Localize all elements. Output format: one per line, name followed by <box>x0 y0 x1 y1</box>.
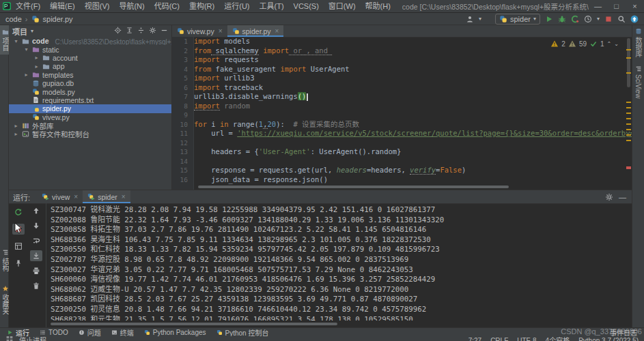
tree-chevron-icon[interactable]: ▸ <box>13 131 19 137</box>
trash-button[interactable] <box>30 280 42 291</box>
tree-chevron-icon[interactable]: ▾ <box>13 38 19 44</box>
print-button[interactable] <box>30 265 42 276</box>
editor-body[interactable]: 1import models2from sqlalchemy import or… <box>172 37 632 190</box>
code-token: models <box>220 37 250 45</box>
indent-setting[interactable]: 4个空格 <box>546 336 570 341</box>
menu-item[interactable]: 文件(F) <box>11 0 45 13</box>
close-tab-icon[interactable]: × <box>122 193 126 201</box>
stop-button[interactable] <box>12 224 25 235</box>
scrollend-button[interactable] <box>30 250 42 261</box>
rerun-icon <box>14 208 23 216</box>
editor-hscrollbar[interactable] <box>198 186 509 188</box>
run-config-selector[interactable]: spider ▾ <box>495 14 540 25</box>
encoding[interactable]: UTF-8 <box>517 336 536 341</box>
search-everywhere-button[interactable] <box>617 15 626 23</box>
editor-tab-spider.py[interactable]: spider.py× <box>227 25 284 37</box>
tree-item-templates[interactable]: ▸templates <box>9 71 171 79</box>
code-text: headers = {'User-Agent': UserAgent().ran… <box>194 147 401 157</box>
menu-item[interactable]: 代码(C) <box>150 0 184 13</box>
tree-chevron-icon[interactable]: ▾ <box>23 46 29 53</box>
arrow-up-button[interactable] <box>30 205 42 216</box>
restore-layout-button[interactable] <box>12 241 25 252</box>
locate-button[interactable] <box>114 27 122 35</box>
tree-item-code[interactable]: ▾codeC:\Users\83852\Desktop\flask+mysql+… <box>9 37 171 45</box>
tree-item-models.py[interactable]: models.py <box>9 87 171 95</box>
hide-tool-window-icon[interactable]: — <box>619 193 626 201</box>
code-token: import <box>259 46 289 55</box>
menu-item[interactable]: VCS(S) <box>289 0 324 13</box>
softwrap-button[interactable] <box>30 235 42 246</box>
update-notification-icon[interactable] <box>630 15 639 23</box>
user-icon[interactable] <box>466 15 474 23</box>
tree-item-requirements.txt[interactable]: requirements.txt <box>9 96 171 104</box>
menu-item[interactable]: 导航(N) <box>114 0 149 13</box>
prev-warning-icon[interactable]: ⌃ <box>607 41 612 47</box>
close-tab-icon[interactable]: × <box>74 193 78 201</box>
minimize-button[interactable]: — <box>589 0 607 13</box>
console-output[interactable]: SZ300747 锐科激光 28.28 2.08 7.94 19.58 1225… <box>51 205 629 321</box>
settings-button[interactable] <box>149 27 156 35</box>
breadcrumb-file[interactable]: spider.py <box>43 15 73 23</box>
breadcrumb-code[interactable]: code <box>5 15 22 23</box>
profiler-button[interactable] <box>584 15 592 23</box>
tree-item-static[interactable]: ▾static <box>9 45 171 53</box>
menu-item[interactable]: 编辑(E) <box>45 0 80 13</box>
menu-item[interactable]: 工具(T) <box>255 0 289 13</box>
maximize-button[interactable]: □ <box>607 0 626 13</box>
interpreter[interactable]: Python 3.7 (2022.5) <box>578 336 639 341</box>
tree-chevron-icon[interactable]: ▸ <box>23 72 29 78</box>
close-tab-icon[interactable]: × <box>275 27 279 35</box>
stop-button[interactable] <box>604 15 613 23</box>
close-tab-icon[interactable]: × <box>219 27 223 35</box>
run-config-label: spider <box>510 15 531 23</box>
close-button[interactable]: × <box>626 0 644 13</box>
console-tab-vivew[interactable]: vivew× <box>37 190 83 203</box>
tree-item-vivew.py[interactable]: vivew.py <box>9 113 171 121</box>
coverage-button[interactable] <box>571 15 579 23</box>
python-icon <box>177 27 184 35</box>
tree-item-label: models.py <box>42 88 75 96</box>
tree-item-gupiao.db[interactable]: gupiao.db <box>9 79 171 87</box>
menu-item[interactable]: 帮助(H) <box>361 0 395 13</box>
project-panel-title[interactable]: 项目 <box>12 26 27 37</box>
code-token: requests <box>220 55 259 63</box>
editor-error-stripe[interactable] <box>625 37 632 190</box>
tree-item-外部库[interactable]: ▸外部库 <box>9 121 171 130</box>
collapse-all-button[interactable] <box>126 27 133 35</box>
debug-button[interactable] <box>558 15 566 23</box>
tree-item-spider.py[interactable]: spider.py <box>9 104 171 113</box>
expand-all-button[interactable] <box>137 27 145 35</box>
tree-item-app[interactable]: ▸app <box>9 62 171 70</box>
next-warning-icon[interactable]: ⌄ <box>614 41 619 47</box>
code-token: fake_useragent <box>211 65 276 73</box>
menu-item[interactable]: 运行(U) <box>219 0 254 13</box>
console-settings-icon[interactable] <box>605 193 613 201</box>
tree-chevron-icon[interactable]: ▸ <box>13 123 19 129</box>
tree-chevron-icon[interactable]: ▸ <box>33 55 40 61</box>
menu-item[interactable]: 视图(V) <box>80 0 115 13</box>
rerun-button[interactable] <box>12 207 25 218</box>
arrow-down-button[interactable] <box>30 220 42 231</box>
warning-icon <box>550 40 559 48</box>
menu-item[interactable]: 重构(R) <box>184 0 219 13</box>
line-ending[interactable]: CRLF <box>490 336 508 341</box>
star-icon <box>2 285 9 292</box>
warning-count: 2 <box>561 40 565 48</box>
tree-item-account[interactable]: ▸account <box>9 54 171 62</box>
tree-item-暂存文件和控制台[interactable]: ▸暂存文件和控制台 <box>9 130 171 138</box>
tree-chevron-icon[interactable]: ▸ <box>33 63 40 70</box>
pin-button[interactable] <box>12 258 25 269</box>
console-tab-spider[interactable]: spider× <box>83 190 130 203</box>
tool-strip-tab-数据库[interactable]: 数据库 <box>633 28 643 57</box>
console-hscrollbar[interactable] <box>51 323 337 325</box>
editor-tab-vivew.py[interactable]: vivew.py× <box>172 25 227 37</box>
title-bar: 文件(F)编辑(E)视图(V)导航(N)代码(C)重构(R)运行(U)工具(T)… <box>0 0 644 13</box>
menu-item[interactable]: 窗口(W) <box>324 0 361 13</box>
tool-strip-tab-SciView[interactable]: SciView <box>634 65 642 98</box>
hide-button[interactable] <box>160 27 168 35</box>
caret-position[interactable]: 7:27 <box>468 336 481 341</box>
inspections-widget[interactable]: 2 59 1 ⌃ ⌄ <box>548 39 621 48</box>
run-button[interactable] <box>545 15 553 23</box>
tool-window-switcher-icon[interactable] <box>5 336 14 341</box>
warning-stripe-mark <box>626 57 631 59</box>
